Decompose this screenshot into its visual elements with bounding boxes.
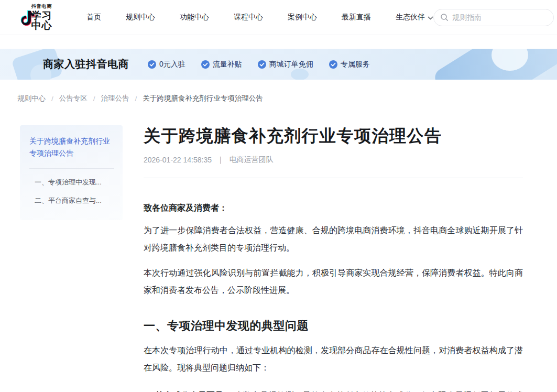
search-input[interactable] (452, 13, 547, 21)
issues-list: 1.核心成分含量不足： 少数商品经检测，虽然含有其所宣传的核心成分，但实际含量远… (144, 387, 523, 392)
paragraph: 为了进一步保障消费者合法权益，营造健康、合规的跨境电商消费环境，抖音电商全球购近… (144, 222, 523, 256)
page-title: 关于跨境膳食补充剂行业专项治理公告 (144, 125, 523, 146)
nav-item-eco-partners-label: 生态伙伴 (396, 13, 425, 22)
toc-item-section-1[interactable]: 一、专项治理中发现... (29, 178, 114, 187)
paragraph: 本次行动通过强化风险识别与前置拦截能力，积极引导商家实现合规经营，保障消费者权益… (144, 264, 523, 299)
breadcrumb-governance-announcements[interactable]: 治理公告 (101, 94, 129, 103)
check-circle-icon (329, 60, 337, 69)
douyin-note-icon (17, 7, 28, 28)
breadcrumb-rules-center[interactable]: 规则中心 (17, 94, 46, 103)
breadcrumb-separator: / (51, 95, 53, 103)
banner-decoration (291, 69, 309, 80)
nav-item-latest-live[interactable]: 最新直播 (342, 13, 371, 22)
nav-item-rules-center[interactable]: 规则中心 (126, 13, 155, 22)
banner-decoration (492, 49, 528, 71)
author-name: 电商运营团队 (230, 155, 274, 165)
badge-exclusive-service: 专属服务 (329, 60, 370, 69)
badge-label: 0元入驻 (159, 60, 185, 69)
chevron-down-icon (428, 13, 433, 21)
article: 关于跨境膳食补充剂行业专项治理公告 2026-01-22 14:58:35 ｜ … (144, 125, 523, 392)
badge-mall-commission-free: 商城订单免佣 (258, 60, 313, 69)
content-area: 关于跨境膳食补充剂行业专项治理公告 一、专项治理中发现... 二、平台商家自查与… (0, 125, 557, 392)
badge-label: 专属服务 (341, 60, 370, 69)
article-meta: 2026-01-22 14:58:35 ｜ 电商运营团队 (144, 155, 523, 165)
list-item: 1.核心成分含量不足： 少数商品经检测，虽然含有其所宣传的核心成分，但实际含量远… (144, 387, 523, 392)
check-circle-icon (258, 60, 266, 69)
badge-label: 流量补贴 (213, 60, 242, 69)
publish-timestamp: 2026-01-22 14:58:35 (144, 156, 212, 164)
banner-decoration (432, 49, 557, 80)
check-circle-icon (201, 60, 210, 69)
main-nav: 首页 规则中心 功能中心 课程中心 案例中心 最新直播 生态伙伴 (86, 13, 433, 22)
badge-label: 商城订单免佣 (269, 60, 313, 69)
nav-item-cases-center[interactable]: 案例中心 (288, 13, 317, 22)
nav-item-features-center[interactable]: 功能中心 (180, 13, 209, 22)
nav-item-eco-partners[interactable]: 生态伙伴 (396, 13, 433, 22)
merchant-onboarding-banner[interactable]: 商家入驻抖音电商 0元入驻 流量补贴 商城订单免佣 专属服务 (0, 49, 557, 80)
toc-article-link[interactable]: 关于跨境膳食补充剂行业专项治理公告 (29, 135, 114, 159)
search-icon (440, 13, 449, 21)
salutation: 致各位商家及消费者： (144, 203, 523, 214)
site-logo[interactable]: 抖音电商 学习中心 (17, 4, 54, 30)
breadcrumb-current-page: 关于跨境膳食补充剂行业专项治理公告 (143, 94, 263, 103)
search-box[interactable] (433, 9, 554, 26)
list-item-number: 1. (144, 387, 150, 392)
toc-card: 关于跨境膳食补充剂行业专项治理公告 一、专项治理中发现... 二、平台商家自查与… (20, 125, 123, 220)
toc-item-section-2[interactable]: 二、平台商家自查与... (29, 196, 114, 205)
breadcrumb-separator: / (135, 95, 137, 103)
section-1-intro: 在本次专项治理行动中，通过专业机构的检测，发现部分商品存在合规性问题，对消费者权… (144, 342, 523, 376)
badge-traffic-subsidy: 流量补贴 (201, 60, 242, 69)
nav-item-home[interactable]: 首页 (86, 13, 101, 22)
toc-divider (29, 168, 114, 169)
banner-badges: 0元入驻 流量补贴 商城订单免佣 专属服务 (148, 60, 370, 69)
breadcrumb-announcement-zone[interactable]: 公告专区 (59, 94, 88, 103)
nav-item-courses-center[interactable]: 课程中心 (234, 13, 263, 22)
title-divider (144, 178, 523, 178)
toc-sidebar: 关于跨境膳食补充剂行业专项治理公告 一、专项治理中发现... 二、平台商家自查与… (20, 125, 123, 220)
section-1-heading: 一、专项治理中发现的典型问题 (144, 318, 523, 334)
meta-separator: ｜ (217, 155, 224, 165)
top-navigation-bar: 抖音电商 学习中心 首页 规则中心 功能中心 课程中心 案例中心 最新直播 生态… (0, 0, 557, 35)
check-circle-icon (148, 60, 156, 69)
banner-title: 商家入驻抖音电商 (43, 57, 129, 71)
breadcrumb: 规则中心 / 公告专区 / 治理公告 / 关于跨境膳食补充剂行业专项治理公告 (17, 94, 557, 103)
breadcrumb-separator: / (93, 95, 95, 103)
badge-free-entry: 0元入驻 (148, 60, 185, 69)
